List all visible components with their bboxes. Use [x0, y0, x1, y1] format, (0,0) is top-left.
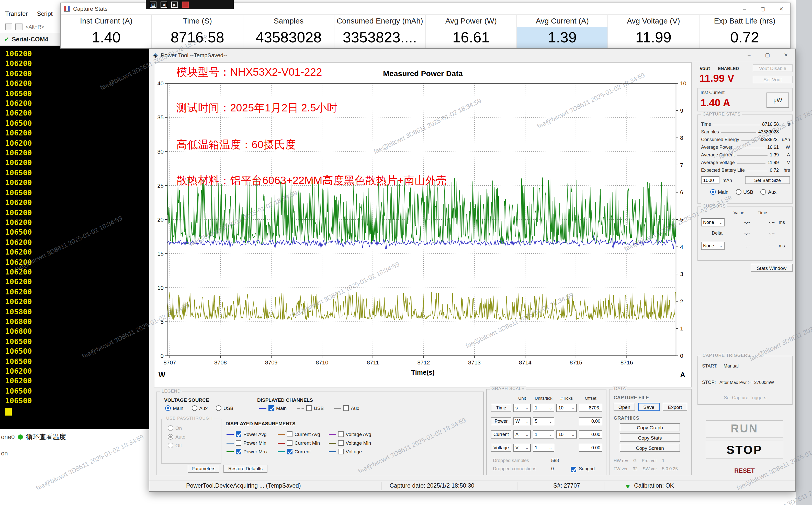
units-per-tick-dropdown[interactable]: 1 — [533, 431, 554, 439]
radio-option-usb[interactable]: USB — [736, 189, 753, 195]
svg-text:8715: 8715 — [570, 359, 582, 366]
stat-row-value: 1.39 — [770, 152, 779, 157]
vout-label: Vout — [699, 65, 710, 71]
close-button[interactable]: ✕ — [780, 52, 792, 58]
radio-option-aux[interactable]: Aux — [760, 189, 777, 195]
channel-option-main[interactable]: Main — [259, 405, 287, 411]
stat-column-value: 3353823.... — [334, 27, 425, 48]
usb-passthrough-caption: USB PASSTHROUGH — [165, 415, 214, 420]
power-tool-titlebar[interactable]: ◈ Power Tool --TempSaved-- – ▢ ✕ — [149, 49, 795, 61]
back-icon[interactable]: ◀ — [161, 2, 167, 8]
stats-window-button[interactable]: Stats Window — [751, 264, 793, 272]
scale-row-label[interactable]: Time — [491, 404, 511, 412]
export-button[interactable]: Export — [663, 403, 687, 411]
stop-button[interactable]: STOP — [706, 441, 783, 459]
unit-dropdown[interactable]: A — [513, 431, 531, 439]
measurement-option-voltage-avg[interactable]: Voltage Avg — [329, 430, 380, 439]
checkbox-icon — [338, 440, 344, 446]
measurement-option-voltage-min[interactable]: Voltage Min — [329, 439, 380, 447]
channel-option-aux[interactable]: Aux — [334, 405, 359, 411]
scale-row-label[interactable]: Power — [491, 417, 511, 425]
offset-input[interactable]: 0.00 — [579, 417, 602, 425]
copy-graph-button[interactable]: Copy Graph — [620, 423, 680, 432]
close-button[interactable]: ✕ — [776, 6, 787, 11]
checkbox-icon — [287, 440, 293, 446]
subgrid-checkbox[interactable] — [571, 467, 576, 472]
stat-row-value: 16.61 — [767, 145, 779, 150]
forward-icon[interactable]: ▶ — [171, 2, 178, 8]
checkbox-icon — [287, 432, 293, 437]
measurement-option-power-max[interactable]: Power Max — [226, 447, 278, 456]
measurement-option-current-min[interactable]: Current Min — [278, 439, 329, 447]
tab-serial-com4[interactable]: Serial-COM4 — [12, 35, 48, 43]
stat-column-value: 1.39 — [517, 27, 608, 48]
open-button[interactable]: Open — [614, 403, 635, 411]
unit-dropdown[interactable]: W — [513, 417, 531, 425]
copy-icon[interactable] — [5, 23, 12, 30]
offset-input[interactable]: 8706. — [579, 404, 602, 412]
svg-text:8714: 8714 — [519, 359, 531, 366]
radio-option-on[interactable]: On — [168, 425, 185, 431]
terminal-output[interactable]: 1062001062001062001062001065001062001062… — [0, 46, 151, 430]
unit-dropdown[interactable]: V — [513, 444, 531, 452]
units-per-tick-dropdown[interactable]: 5 — [533, 417, 554, 425]
radio-option-aux[interactable]: Aux — [191, 405, 208, 411]
grid-icon[interactable]: ▤ — [150, 2, 156, 8]
run-button[interactable]: RUN — [706, 420, 783, 438]
paste-icon[interactable] — [15, 23, 22, 30]
calibration-heart-icon: ♥ — [626, 483, 630, 490]
measurement-option-voltage[interactable]: Voltage — [329, 447, 380, 456]
offset-input[interactable]: 0.00 — [579, 431, 602, 439]
scale-row-label[interactable]: Current — [491, 431, 511, 439]
radio-option-off[interactable]: Off — [168, 443, 185, 448]
menu-transfer[interactable]: Transfer — [5, 10, 28, 17]
delta-label: Delta — [701, 230, 724, 235]
svg-text:0: 0 — [680, 353, 683, 359]
terminal-cursor — [5, 407, 12, 415]
units-per-tick-dropdown[interactable]: 1 — [533, 404, 554, 412]
cursor1-select[interactable]: None — [701, 218, 724, 226]
microwatt-button[interactable]: µW — [767, 93, 789, 108]
scale-row-label[interactable]: Voltage — [491, 444, 511, 452]
terminal-line: 106200 — [5, 218, 151, 228]
stat-row-label: Consumed Energy — [701, 137, 739, 142]
stat-column-header: Time (S) — [152, 15, 243, 27]
measurement-option-power-avg[interactable]: Power Avg — [226, 430, 278, 439]
ticks-dropdown[interactable]: 10 — [556, 404, 577, 412]
measurement-option-current[interactable]: Current — [278, 447, 329, 456]
record-icon[interactable] — [182, 2, 189, 8]
units-per-tick-dropdown[interactable]: 1 — [533, 444, 554, 452]
radio-option-auto[interactable]: Auto — [168, 434, 185, 440]
parameters-button[interactable]: Parameters — [188, 465, 219, 473]
series-dash-icon — [278, 451, 285, 452]
save-button[interactable]: Save — [638, 403, 660, 411]
stat-row-unit: W — [779, 145, 790, 150]
radio-option-main[interactable]: Main — [165, 405, 183, 411]
dropped-connections-value: 0 — [551, 466, 554, 471]
dropped-samples-value: 588 — [551, 458, 559, 463]
channel-option-usb[interactable]: USB — [297, 405, 324, 411]
measurement-option-current-avg[interactable]: Current Avg — [278, 430, 329, 439]
copy-screen-button[interactable]: Copy Screen — [620, 444, 680, 452]
restore-defaults-button[interactable]: Restore Defaults — [223, 465, 268, 473]
minimize-button[interactable]: – — [739, 6, 750, 11]
measurement-option-power-min[interactable]: Power Min — [226, 439, 278, 447]
copy-stats-button[interactable]: Copy Stats — [620, 434, 680, 442]
set-batt-size-button[interactable]: Set Batt Size — [745, 176, 790, 184]
ticks-dropdown[interactable]: 10 — [556, 431, 577, 439]
radio-option-usb[interactable]: USB — [216, 405, 233, 411]
menu-script[interactable]: Script — [37, 10, 52, 17]
cursor2-select[interactable]: None — [701, 242, 724, 250]
battery-size-input[interactable]: 1000 — [701, 176, 719, 184]
minimize-button[interactable]: – — [744, 52, 755, 58]
acquiring-status: PowerTool.DeviceAcquiring ... (TempSaved… — [186, 483, 301, 489]
vout-disable-button[interactable]: Vout Disable — [753, 64, 793, 72]
set-capture-triggers-button[interactable]: Set Capture Triggers — [698, 395, 792, 400]
unit-dropdown[interactable]: s — [513, 404, 531, 412]
radio-option-main[interactable]: Main — [710, 189, 728, 195]
maximize-button[interactable]: ▢ — [762, 52, 773, 58]
reset-button[interactable]: RESET — [706, 467, 783, 474]
maximize-button[interactable]: ▢ — [757, 6, 769, 11]
set-vout-button[interactable]: Set Vout — [753, 75, 793, 83]
offset-input[interactable]: 0.00 — [579, 444, 602, 452]
